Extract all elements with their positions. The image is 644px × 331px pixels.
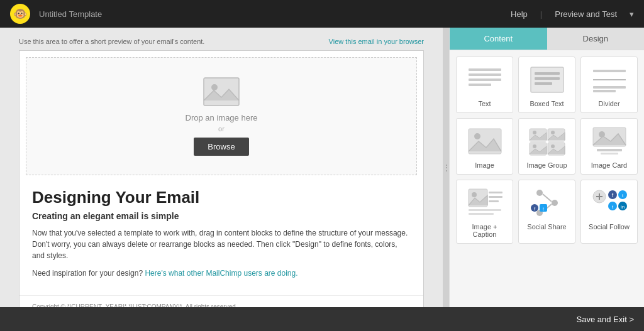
svg-point-15: [474, 133, 480, 139]
email-frame: Drop an image here or Browse Designing Y…: [19, 50, 424, 307]
drop-text: Drop an image here: [33, 113, 410, 122]
email-preview-inner: Use this area to offer a short preview o…: [0, 28, 443, 307]
svg-rect-9: [535, 82, 552, 85]
svg-rect-0: [204, 78, 239, 106]
block-image-card[interactable]: Image Card: [580, 118, 638, 175]
logo-icon: 🐵: [13, 7, 27, 21]
block-image[interactable]: Image: [456, 118, 513, 175]
svg-rect-7: [535, 72, 560, 75]
svg-point-21: [533, 144, 536, 148]
topbar: 🐵 Untitled Template Help | Preview and T…: [0, 0, 644, 28]
panel-blocks: Text Boxed Text: [450, 50, 644, 307]
svg-rect-31: [489, 196, 502, 198]
preview-test-link[interactable]: Preview and Test: [555, 9, 617, 19]
block-boxed-text[interactable]: Boxed Text: [518, 57, 575, 113]
email-subheadline: Creating an elegant email is simple: [32, 211, 411, 221]
boxed-text-block-icon: [527, 63, 567, 96]
text-block-icon: [465, 63, 505, 96]
email-headline: Designing Your Email: [32, 188, 411, 207]
svg-rect-26: [597, 149, 622, 151]
svg-point-1: [211, 84, 218, 90]
image-caption-block-icon: [465, 187, 505, 219]
svg-rect-13: [593, 90, 616, 92]
boxed-text-block-label: Boxed Text: [530, 100, 564, 107]
footer-copyright: Copyright © *|CURRENT_YEAR|* *|LIST:COMP…: [32, 302, 411, 307]
inspiration-link[interactable]: Here's what other MailChimp users are do…: [145, 269, 297, 278]
browse-button[interactable]: Browse: [194, 138, 248, 156]
image-card-block-label: Image Card: [591, 161, 627, 169]
email-footer: Copyright © *|CURRENT_YEAR|* *|LIST:COMP…: [19, 295, 423, 307]
email-preview-area: Use this area to offer a short preview o…: [0, 28, 443, 307]
inspiration-text: Need inspiration for your design? Here's…: [32, 268, 411, 279]
image-block-icon: [465, 125, 505, 158]
topbar-actions: Help | Preview and Test ▾: [511, 9, 634, 19]
svg-line-38: [543, 194, 552, 202]
preview-chevron-icon: ▾: [630, 9, 634, 19]
divider-block-icon: [589, 63, 630, 96]
drop-or-text: or: [33, 125, 410, 133]
block-text[interactable]: Text: [456, 57, 513, 113]
topbar-divider: |: [540, 9, 542, 19]
panel-tabs: Content Design: [450, 28, 644, 50]
svg-rect-4: [469, 79, 501, 81]
save-exit-button[interactable]: Save and Exit >: [577, 315, 634, 324]
template-title: Untitled Template: [39, 9, 511, 19]
svg-rect-10: [593, 70, 626, 72]
svg-point-29: [472, 192, 477, 197]
bottom-bar: Save and Exit >: [0, 307, 644, 331]
svg-text:in: in: [620, 204, 624, 210]
tab-design[interactable]: Design: [547, 28, 645, 50]
svg-rect-2: [469, 68, 501, 71]
social-follow-block-label: Social Follow: [589, 223, 630, 231]
block-image-caption[interactable]: Image + Caption: [456, 180, 513, 244]
svg-point-35: [536, 190, 543, 196]
help-link[interactable]: Help: [511, 9, 528, 19]
social-share-block-icon: f t: [527, 187, 567, 219]
resize-handle[interactable]: ⋮: [443, 28, 449, 307]
text-block-label: Text: [478, 100, 491, 107]
image-caption-block-label: Image + Caption: [460, 223, 509, 238]
social-share-block-label: Social Share: [527, 223, 566, 231]
svg-rect-30: [489, 192, 502, 193]
image-block-label: Image: [475, 161, 494, 169]
block-social-follow[interactable]: f t t in Social Follow: [580, 180, 638, 244]
image-placeholder-icon: [203, 77, 240, 108]
svg-text:t: t: [543, 207, 544, 211]
view-in-browser-link[interactable]: View this email in your browser: [329, 38, 424, 45]
image-group-block-label: Image Group: [526, 161, 567, 169]
svg-rect-34: [469, 213, 494, 215]
blocks-grid: Text Boxed Text: [456, 57, 638, 244]
image-card-block-icon: [589, 125, 630, 158]
svg-point-19: [551, 131, 555, 134]
mailchimp-logo: 🐵: [10, 4, 30, 24]
svg-rect-12: [593, 86, 626, 89]
right-panel: Content Design Text: [449, 28, 644, 307]
block-divider[interactable]: Divider: [580, 57, 638, 113]
svg-rect-27: [601, 153, 618, 155]
block-social-share[interactable]: f t Social Share: [518, 180, 575, 244]
inspiration-prefix: Need inspiration for your design?: [32, 269, 145, 278]
preview-top-bar: Use this area to offer a short preview o…: [19, 34, 424, 50]
svg-rect-32: [489, 200, 499, 202]
tab-content[interactable]: Content: [450, 28, 547, 50]
svg-point-36: [552, 200, 558, 206]
image-group-block-icon: [527, 125, 567, 158]
preheader-text: Use this area to offer a short preview o…: [19, 38, 204, 45]
svg-rect-33: [469, 209, 501, 211]
social-follow-block-icon: f t t in: [589, 187, 630, 219]
email-body: Designing Your Email Creating an elegant…: [19, 182, 423, 295]
svg-rect-8: [535, 77, 560, 80]
svg-point-23: [551, 144, 555, 148]
block-image-group[interactable]: Image Group: [518, 118, 575, 175]
divider-block-label: Divider: [598, 100, 619, 107]
email-body-text: Now that you've selected a template to w…: [32, 227, 411, 261]
svg-rect-3: [469, 73, 501, 76]
image-drop-zone[interactable]: Drop an image here or Browse: [26, 57, 417, 175]
main-content: Use this area to offer a short preview o…: [0, 28, 644, 307]
svg-point-17: [533, 131, 536, 134]
svg-rect-5: [469, 84, 491, 86]
